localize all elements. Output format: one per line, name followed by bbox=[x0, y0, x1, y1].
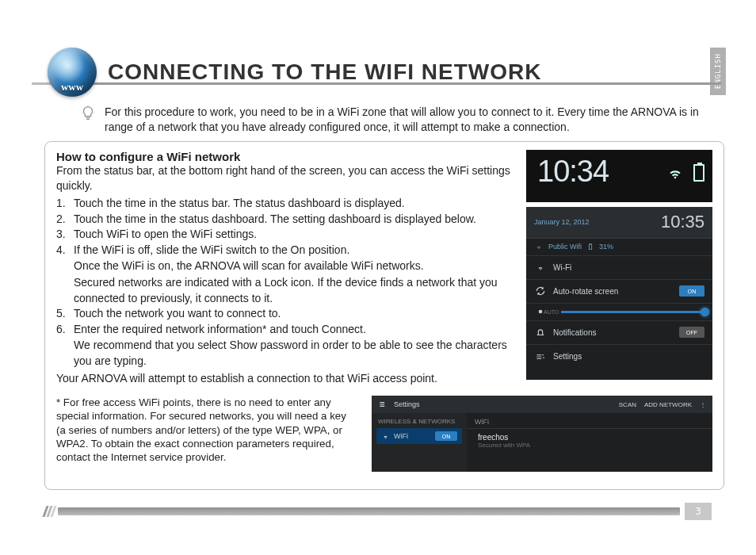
on-toggle: ON bbox=[679, 285, 704, 297]
wifi-icon bbox=[665, 166, 685, 182]
wifi-list-header: WiFi bbox=[467, 413, 712, 429]
step-item: 3.Touch WiFi to open the WiFi settings. bbox=[56, 227, 515, 243]
wifi-settings-sidebar: WIRELESS & NETWORKS WiFi ON bbox=[372, 413, 467, 472]
autorotate-row: Auto-rotate screen ON bbox=[526, 280, 712, 304]
page-title: CONNECTING TO THE WIFI NETWORK bbox=[108, 59, 541, 85]
public-wifi-row: Public Wifi 31% bbox=[526, 239, 712, 256]
footer-bar bbox=[58, 507, 680, 515]
globe-icon: www bbox=[48, 48, 97, 97]
battery-small-icon bbox=[586, 243, 594, 251]
wireless-section-header: WIRELESS & NETWORKS bbox=[372, 413, 467, 427]
svg-rect-0 bbox=[589, 244, 591, 249]
brightness-slider-row: AUTO bbox=[526, 304, 712, 321]
menu-dots-icon: ⋮ bbox=[700, 401, 706, 408]
instruction-text-column: How to configure a WiFi network From the… bbox=[56, 150, 515, 386]
manual-page: ENGLISH www CONNECTING TO THE WIFI NETWO… bbox=[0, 0, 756, 555]
wifi-settings-main: WiFi freechos Secured with WPA bbox=[467, 413, 712, 472]
wifi-icon bbox=[534, 262, 547, 272]
intro-text: For this procedure to work, you need to … bbox=[105, 105, 724, 135]
dashboard-date: January 12, 2012 bbox=[534, 218, 590, 226]
box-footer-text: Your ARNOVA will attempt to establish a … bbox=[56, 371, 515, 387]
network-name: freechos bbox=[478, 433, 701, 442]
wifi-icon bbox=[381, 432, 390, 440]
step-item: 4.If the WiFi is off, slide the WiFi swi… bbox=[56, 243, 515, 306]
step-list: 1.Touch the time in the status bar. The … bbox=[56, 196, 515, 369]
dashboard-top-bar: January 12, 2012 10:35 bbox=[526, 207, 712, 239]
screenshot-column: 10:34 January 12, 2012 10:35 Public Wifi… bbox=[526, 150, 712, 386]
scan-label: SCAN bbox=[619, 401, 636, 408]
lightbulb-icon bbox=[79, 105, 97, 126]
wifi-settings-screenshot: Settings SCANADD NETWORK⋮ WIRELESS & NET… bbox=[372, 396, 712, 472]
box-heading: How to configure a WiFi network bbox=[56, 150, 515, 163]
auto-label: AUTO bbox=[544, 309, 559, 315]
wifi-settings-topbar: Settings SCANADD NETWORK⋮ bbox=[372, 396, 712, 413]
globe-label: www bbox=[61, 81, 83, 94]
wifi-network-item: freechos Secured with WPA bbox=[467, 429, 712, 453]
wifi-sidebar-row: WiFi ON bbox=[376, 428, 462, 444]
lower-row: * For free access WiFi points, there is … bbox=[56, 396, 712, 472]
add-network-label: ADD NETWORK bbox=[644, 401, 692, 408]
settings-small-icon bbox=[378, 399, 389, 410]
step-item: 2.Touch the time in the status dashboard… bbox=[56, 212, 515, 228]
instruction-box: How to configure a WiFi network From the… bbox=[44, 141, 724, 490]
statusbar-screenshot: 10:34 bbox=[526, 150, 712, 202]
page-header: www CONNECTING TO THE WIFI NETWORK bbox=[48, 40, 724, 97]
notifications-icon bbox=[534, 327, 547, 338]
battery-icon bbox=[693, 164, 704, 182]
network-security: Secured with WPA bbox=[478, 442, 701, 449]
settings-row: Settings bbox=[526, 345, 712, 369]
wifi-small-icon bbox=[534, 243, 544, 251]
wifi-row: Wi-Fi bbox=[526, 256, 712, 280]
settings-icon bbox=[534, 351, 547, 362]
rotate-icon bbox=[534, 285, 547, 297]
notifications-row: Notifications OFF bbox=[526, 321, 712, 345]
svg-rect-1 bbox=[590, 244, 591, 245]
brightness-knob bbox=[701, 308, 709, 316]
step-item: 5.Touch the network you want to connect … bbox=[56, 306, 515, 322]
step-item: 6.Enter the required network information… bbox=[56, 322, 515, 369]
intro-block: For this procedure to work, you need to … bbox=[79, 105, 724, 135]
brightness-track bbox=[561, 311, 704, 313]
step-item: 1.Touch the time in the status bar. The … bbox=[56, 196, 515, 212]
dashboard-screenshot: January 12, 2012 10:35 Public Wifi 31% W… bbox=[526, 207, 712, 380]
svg-point-2 bbox=[539, 310, 543, 314]
footnote-text: * For free access WiFi points, there is … bbox=[56, 396, 357, 472]
wifi-on-toggle: ON bbox=[435, 431, 457, 441]
off-toggle: OFF bbox=[679, 327, 704, 338]
page-number: 3 bbox=[685, 503, 712, 520]
footer-chevrons-icon bbox=[44, 506, 55, 517]
clock-display: 10:34 bbox=[537, 155, 609, 189]
box-description: From the status bar, at the bottom right… bbox=[56, 163, 515, 194]
dashboard-clock: 10:35 bbox=[661, 212, 704, 232]
page-footer-bar: 3 bbox=[44, 503, 712, 520]
